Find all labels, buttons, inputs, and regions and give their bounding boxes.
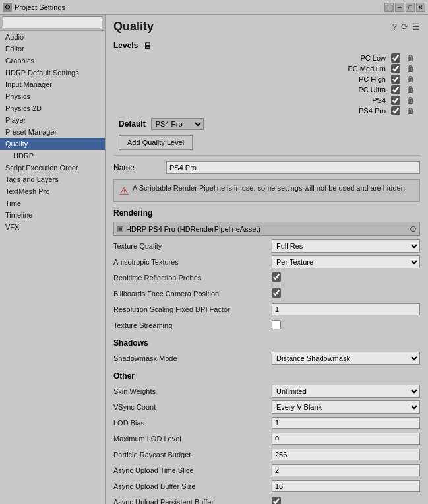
prop-select-anisotropic-textures[interactable]: DisabledPer TextureForced On [272,255,420,268]
prop-label-0: Shadowmask Mode [113,354,272,362]
prop-label-4: Resolution Scaling Fixed DPI Factor [113,305,272,313]
prop-row-billboards-face-camera-position: Billboards Face Camera Position [113,287,420,300]
sidebar: AudioEditorGraphicsHDRP Default Settings… [0,15,106,504]
levels-grid: PC Low🗑PC Medium🗑PC High🗑PC Ultra🗑PS4🗑PS… [113,53,420,115]
level-checkbox-4[interactable] [391,96,400,105]
sidebar-item-audio[interactable]: Audio [0,31,105,43]
app-icon: ⚙ [3,3,12,12]
render-pipeline-icon: ▣ [117,224,123,233]
warning-icon: ⚠ [119,185,129,197]
title-bar: ⚙ Project Settings ⋮⋮ ─ □ ✕ [0,0,428,15]
prop-input-particle-raycast-budget[interactable] [272,449,420,460]
sidebar-item-graphics[interactable]: Graphics [0,55,105,67]
sidebar-item-timeline[interactable]: Timeline [0,209,105,221]
level-name-0: PC Low [119,54,388,62]
level-name-1: PC Medium [119,65,388,73]
level-trash-5[interactable]: 🗑 [407,106,420,115]
prop-row-async-upload-persistent-buffer: Async Upload Persistent Buffer [113,495,420,504]
prop-checkbox-async-upload-persistent-buffer[interactable] [272,497,281,504]
prop-value-7 [272,497,420,504]
prop-select-shadowmask-mode[interactable]: ShadowmaskDistance Shadowmask [272,352,420,365]
sidebar-item-script-execution-order[interactable]: Script Execution Order [0,162,105,173]
default-select[interactable]: PS4 Pro [151,118,204,130]
level-name-2: PC High [119,75,388,83]
name-input[interactable] [166,161,420,174]
prop-input-resolution-scaling-fixed-dpi-factor[interactable] [272,303,420,315]
prop-input-async-upload-time-slice[interactable] [272,464,420,476]
sidebar-item-quality[interactable]: Quality [0,138,105,150]
prop-checkbox-realtime-reflection-probes[interactable] [272,272,281,282]
prop-row-lod-bias: LOD Bias [113,416,420,429]
sidebar-search-bar [0,15,105,31]
prop-row-anisotropic-textures: Anisotropic TexturesDisabledPer TextureF… [113,255,420,268]
level-checkbox-3[interactable] [391,85,400,94]
window-minimize-btn[interactable]: ─ [395,3,404,12]
level-name-4: PS4 [119,96,388,104]
prop-value-5 [272,320,420,331]
level-trash-4[interactable]: 🗑 [407,96,420,105]
window-close-btn[interactable]: ✕ [416,3,425,12]
level-trash-2[interactable]: 🗑 [407,75,420,84]
prop-label-5: Texture Streaming [113,321,272,329]
window-dots-btn[interactable]: ⋮⋮ [384,3,394,12]
level-name-5: PS4 Pro [119,107,388,115]
render-pipeline-text: HDRP PS4 Pro (HDRenderPipelineAsset) [126,225,407,233]
prop-value-0: Full ResHalf ResQuarter ResEighth Res [272,239,420,253]
prop-row-async-upload-buffer-size: Async Upload Buffer Size [113,480,420,493]
prop-input-maximum-lod-level[interactable] [272,433,420,445]
sidebar-item-physics[interactable]: Physics [0,90,105,102]
add-quality-level-button[interactable]: Add Quality Level [119,135,193,150]
prop-select-vsync-count[interactable]: Don't SyncEvery V BlankEvery Second V Bl… [272,400,420,414]
monitor-icon: 🖥 [143,40,152,51]
prop-value-2 [272,272,420,283]
levels-header: Levels 🖥 [113,40,420,51]
level-checkbox-5[interactable] [391,106,400,115]
prop-row-texture-quality: Texture QualityFull ResHalf ResQuarter R… [113,239,420,253]
sidebar-item-textmesh-pro[interactable]: TextMesh Pro [0,185,105,197]
level-name-3: PC Ultra [119,86,388,94]
sidebar-item-preset-manager[interactable]: Preset Manager [0,126,105,138]
sidebar-item-physics-2d[interactable]: Physics 2D [0,102,105,114]
prop-checkbox-billboards-face-camera-position[interactable] [272,288,281,298]
sidebar-item-time[interactable]: Time [0,197,105,209]
settings-icon[interactable]: ☰ [412,22,420,32]
levels-section: Levels 🖥 PC Low🗑PC Medium🗑PC High🗑PC Ult… [113,40,420,150]
prop-select-texture-quality[interactable]: Full ResHalf ResQuarter ResEighth Res [272,239,420,253]
sidebar-item-vfx[interactable]: VFX [0,221,105,233]
sidebar-item-hdrp[interactable]: HDRP [0,150,105,162]
window-maximize-btn[interactable]: □ [406,3,415,12]
level-checkbox-2[interactable] [391,75,400,84]
level-trash-0[interactable]: 🗑 [407,53,420,63]
sidebar-item-tags-and-layers[interactable]: Tags and Layers [0,173,105,185]
sidebar-search-input[interactable] [3,16,102,28]
prop-select-skin-weights[interactable]: 1 Bone2 Bones4 BonesUnlimited [272,385,420,398]
help-icon[interactable]: ? [392,22,397,32]
level-checkbox-1[interactable] [391,64,400,73]
prop-input-lod-bias[interactable] [272,417,420,429]
render-pipeline-gear-icon[interactable]: ⊙ [410,224,417,234]
prop-label-3: Billboards Face Camera Position [113,290,272,298]
prop-label-0: Texture Quality [113,242,272,250]
sidebar-item-player[interactable]: Player [0,114,105,126]
prop-value-4 [272,449,420,460]
prop-row-vsync-count: VSync CountDon't SyncEvery V BlankEvery … [113,400,420,414]
prop-label-3: Maximum LOD Level [113,435,272,443]
prop-value-0: 1 Bone2 Bones4 BonesUnlimited [272,385,420,398]
refresh-icon[interactable]: ⟳ [401,22,408,32]
sidebar-item-input-manager[interactable]: Input Manager [0,79,105,90]
level-trash-1[interactable]: 🗑 [407,64,420,73]
prop-row-skin-weights: Skin Weights1 Bone2 Bones4 BonesUnlimite… [113,385,420,398]
prop-value-3 [272,433,420,445]
prop-value-3 [272,288,420,299]
prop-checkbox-texture-streaming[interactable] [272,320,281,329]
page-title: Quality [113,20,392,34]
level-checkbox-0[interactable] [391,53,400,63]
sidebar-item-hdrp-default-settings[interactable]: HDRP Default Settings [0,67,105,79]
prop-input-async-upload-buffer-size[interactable] [272,480,420,492]
warning-box: ⚠ A Scriptable Render Pipeline is in use… [113,179,420,202]
level-trash-3[interactable]: 🗑 [407,85,420,94]
sidebar-item-editor[interactable]: Editor [0,43,105,55]
main-container: AudioEditorGraphicsHDRP Default Settings… [0,15,428,504]
prop-value-0: ShadowmaskDistance Shadowmask [272,352,420,365]
prop-row-async-upload-time-slice: Async Upload Time Slice [113,464,420,477]
